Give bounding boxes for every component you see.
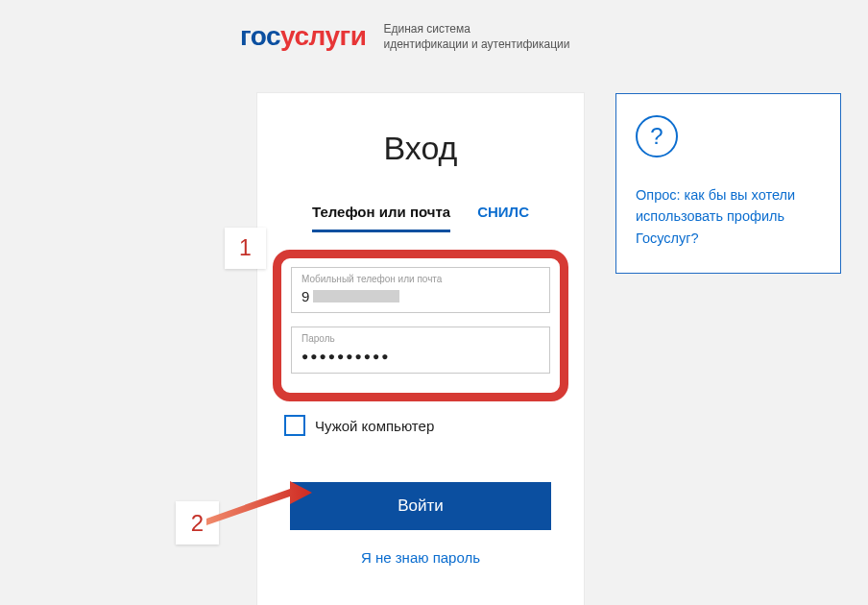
annotation-step-1: 1: [225, 228, 266, 269]
subtitle-line-1: Единая система: [383, 21, 569, 36]
subtitle-line-2: идентификации и аутентификации: [383, 36, 569, 52]
annotation-step-2: 2: [176, 501, 219, 544]
login-card: Вход Телефон или почта СНИЛС Мобильный т…: [257, 93, 584, 605]
login-title: Вход: [257, 130, 584, 167]
password-input-wrap[interactable]: Пароль ●●●●●●●●●●: [291, 327, 550, 374]
password-input-value: ●●●●●●●●●●: [301, 348, 540, 365]
login-tabs: Телефон или почта СНИЛС: [257, 204, 584, 232]
credentials-highlight: Мобильный телефон или почта 9 Пароль ●●●…: [273, 250, 568, 401]
foreign-computer-checkbox[interactable]: [284, 415, 305, 436]
login-input-label: Мобильный телефон или почта: [301, 274, 540, 284]
login-button[interactable]: Войти: [290, 482, 551, 530]
password-input-label: Пароль: [301, 333, 540, 344]
foreign-computer-label: Чужой компьютер: [315, 418, 434, 434]
foreign-computer-row: Чужой компьютер: [284, 415, 584, 436]
logo: госуслуги: [240, 21, 366, 52]
logo-part-2: услуги: [280, 21, 366, 51]
question-icon: ?: [636, 115, 678, 157]
login-value-visible: 9: [301, 288, 310, 304]
header-subtitle: Единая система идентификации и аутентифи…: [383, 21, 569, 52]
forgot-password-link[interactable]: Я не знаю пароль: [361, 549, 480, 566]
tab-phone-email[interactable]: Телефон или почта: [312, 204, 450, 232]
login-input-value: 9: [301, 288, 540, 304]
tab-snils[interactable]: СНИЛС: [477, 204, 529, 232]
help-card: ? Опрос: как бы вы хотели использовать п…: [615, 93, 841, 274]
redacted-block: [313, 290, 399, 302]
help-link[interactable]: Опрос: как бы вы хотели использовать про…: [636, 184, 821, 249]
header: госуслуги Единая система идентификации и…: [240, 21, 569, 52]
logo-part-1: гос: [240, 21, 280, 51]
login-input-wrap[interactable]: Мобильный телефон или почта 9: [291, 267, 550, 313]
